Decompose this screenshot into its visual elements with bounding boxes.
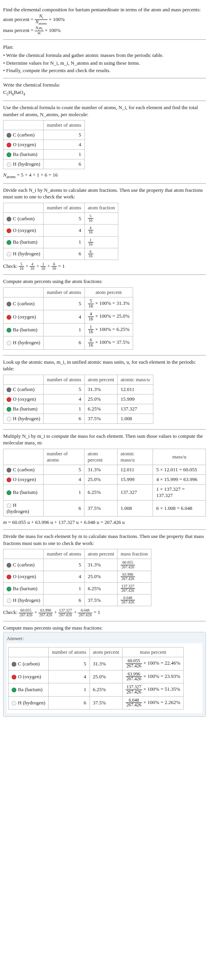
atom-count: 5 (44, 297, 84, 310)
table-row: C (carbon) 5 516 × 100% = 31.3% (4, 297, 133, 310)
atom-count: 6 (44, 594, 84, 606)
color-swatch-icon (12, 688, 16, 692)
color-swatch-icon (7, 563, 11, 568)
atom-count: 1 (44, 236, 84, 248)
masspct-intro: Compute mass percents using the mass fra… (3, 624, 206, 632)
check-label: Check: (3, 609, 19, 615)
times100-2: × 100% (44, 27, 61, 33)
color-swatch-icon (7, 407, 11, 412)
atom-count: 4 (44, 571, 84, 582)
color-swatch-icon (7, 490, 11, 495)
element-name: C (carbon) (13, 386, 35, 392)
table-row: C (carbon) 5 31.3% 60.055267.426 × 100% … (9, 657, 184, 670)
atomic-mass: 15.999 (117, 474, 153, 484)
mass-calc: 4 × 15.999 = 63.996 (153, 474, 206, 484)
times100-1: × 100% (47, 16, 65, 22)
table-row: Ba (barium) 1 6.25% 137.327267.426 × 100… (9, 683, 184, 696)
header-fraction: atom fraction (84, 203, 118, 212)
massu-intro: Multiply N_i by m_i to compute the mass … (3, 433, 206, 446)
answer-box: Answer: number of atoms atom percent mas… (3, 632, 206, 717)
atom-count: 6 (49, 696, 90, 709)
atomic-mass: 15.999 (118, 394, 153, 404)
color-swatch-icon (12, 662, 16, 667)
massu-table: number of atoms atom percent atomic mass… (3, 449, 206, 517)
atom-count: 5 (44, 465, 84, 474)
color-swatch-icon (7, 217, 11, 221)
color-swatch-icon (7, 152, 11, 157)
masspct-table: number of atoms atom percent mass percen… (8, 647, 184, 709)
table-row: H (hydrogen) 6 616 × 100% = 37.5% (4, 336, 133, 349)
table-row: H (hydrogen) 6 37.5% 1.008 6 × 1.008 = 6… (4, 500, 206, 516)
atom-count: 4 (44, 310, 84, 323)
header-percent: atom percent (84, 549, 118, 559)
element-name: C (carbon) (13, 216, 35, 221)
mass-percent-label: mass percent (3, 27, 30, 33)
color-swatch-icon (7, 133, 11, 138)
element-name: O (oxygen) (13, 314, 36, 320)
formula-title: Write the chemical formula: (3, 81, 206, 88)
answer-label: Answer: (7, 635, 202, 642)
atom-percent: 31.3% (84, 384, 118, 394)
mass-percent-fraction: Nimi m (35, 26, 43, 35)
element-name: O (oxygen) (18, 674, 41, 679)
atom-count: 1 (44, 484, 84, 500)
atom-fraction: 516 (84, 212, 118, 224)
atom-percent: 6.25% (90, 683, 123, 696)
table-row: Ba (barium) 1 6.25% 137.327267.426 (4, 582, 151, 594)
element-name: H (hydrogen) (13, 416, 40, 421)
atom-percent-calc: 416 × 100% = 25.0% (84, 310, 133, 323)
element-name: Ba (barium) (13, 151, 37, 157)
atom-count: 4 (44, 140, 84, 150)
atom-count: 6 (44, 414, 84, 423)
element-name: Ba (barium) (13, 406, 37, 412)
atom-percent: 25.0% (84, 571, 118, 582)
atom-count: 5 (44, 384, 84, 394)
element-name: Ba (barium) (13, 586, 37, 591)
atom-percent-fraction: Ni Natoms (35, 14, 47, 25)
table-row: C (carbon) 5 31.3% 12.011 5 × 12.011 = 6… (4, 465, 206, 474)
header-mf: mass fraction (118, 549, 151, 559)
atom-percent-calc: 516 × 100% = 31.3% (84, 297, 133, 310)
atom-percent-calc: 116 × 100% = 6.25% (84, 323, 133, 336)
atomic-mass: 1.008 (118, 414, 153, 423)
count-table: number of atoms C (carbon) 5 O (oxygen) … (3, 120, 85, 169)
massfrac-check: Check: 60.055267.426 + 63.996267.426 + 1… (3, 609, 206, 617)
header-atoms: number of atoms (44, 203, 84, 212)
atom-count: 1 (44, 404, 84, 414)
atom-percent: 37.5% (84, 594, 118, 606)
atom-count: 1 (44, 150, 84, 159)
atom-count: 5 (44, 130, 84, 140)
color-swatch-icon (7, 162, 11, 167)
header-atoms: number of atoms (44, 120, 84, 130)
atom-percent: 37.5% (84, 500, 117, 516)
atom-count: 5 (49, 657, 90, 670)
color-swatch-icon (7, 478, 11, 482)
atom-count: 1 (49, 683, 90, 696)
mass-fraction: 137.327267.426 (118, 582, 151, 594)
plan-b3: • Finally, compute the percents and chec… (3, 67, 206, 74)
intro-text: Find the elemental composition for bariu… (3, 6, 206, 13)
color-swatch-icon (7, 575, 11, 579)
color-swatch-icon (7, 143, 11, 147)
plan-title: Plan: (3, 44, 206, 51)
header-blank (4, 120, 44, 130)
color-swatch-icon (12, 701, 16, 706)
table-row: C (carbon) 5 31.3% 12.011 (4, 384, 153, 394)
element-name: C (carbon) (13, 301, 35, 306)
formula-value: C5H6BaO4 (3, 89, 206, 97)
element-name: O (oxygen) (13, 142, 36, 147)
table-header-row: number of atoms atom percent (4, 287, 133, 297)
atom-fraction: 416 (84, 225, 118, 236)
mass-fraction: 60.055267.426 (118, 559, 151, 571)
atom-fraction: 116 (84, 236, 118, 248)
table-row: H (hydrogen) 6 (4, 159, 85, 169)
table-row: H (hydrogen) 6 37.5% 1.008 (4, 414, 153, 423)
mass-percent-calc: 6.048267.426 × 100% = 2.262% (123, 696, 184, 709)
element-name: H (hydrogen) (13, 597, 40, 603)
element-name: C (carbon) (18, 661, 40, 667)
plan-section: Plan: • Write the chemical formula and g… (3, 40, 206, 78)
mass-percent-calc: 60.055267.426 × 100% = 22.46% (123, 657, 184, 670)
header-percent: atom percent (84, 287, 133, 297)
color-swatch-icon (7, 228, 11, 233)
table-row: C (carbon) 5 (4, 130, 85, 140)
